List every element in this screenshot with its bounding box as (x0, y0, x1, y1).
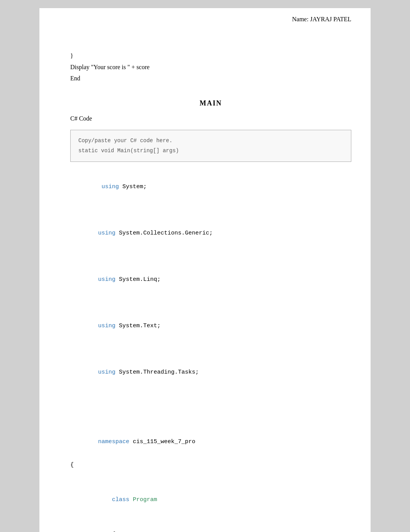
pseudo-code-section: } Display "Your score is " + score End (70, 51, 351, 84)
code-editor-box[interactable]: Copy/paste your C# code here. static voi… (70, 130, 351, 161)
code-line-blank-3 (70, 297, 351, 309)
code-line-class: class Program (70, 483, 351, 517)
header-name: Name: JAYRAJ PATEL (292, 16, 352, 23)
pseudo-line-1: } (70, 51, 351, 62)
kw-using-4: using (98, 323, 115, 329)
pseudo-line-2: Display "Your score is " + score (70, 62, 351, 73)
section-title: MAIN (70, 99, 351, 107)
code-line-blank-5 (70, 390, 351, 401)
csharp-label: C# Code (70, 115, 351, 122)
content-area: } Display "Your score is " + score End M… (70, 51, 351, 532)
code-line-blank-8 (70, 471, 351, 483)
code-line-open-brace-1: { (70, 459, 351, 471)
code-line-using-threading: using System.Threading.Tasks; (70, 355, 351, 390)
code-line-blank-6 (70, 401, 351, 413)
kw-using-2: using (98, 230, 115, 236)
code-line-open-brace-2: { (70, 517, 351, 532)
code-line-blank-4 (70, 343, 351, 355)
kw-class: class (112, 496, 129, 503)
code-line-using-linq: using System.Linq; (70, 262, 351, 297)
kw-using-1: using (102, 184, 119, 190)
code-editor-placeholder-line1: Copy/paste your C# code here. (78, 136, 343, 146)
code-line-blank-2 (70, 251, 351, 262)
code-line-using-system: using System; (70, 170, 351, 204)
kw-using-5: using (98, 369, 115, 376)
code-line-using-collections: using System.Collections.Generic; (70, 216, 351, 251)
page-container: Name: JAYRAJ PATEL } Display "Your score… (39, 8, 371, 532)
kw-program: Program (133, 496, 157, 503)
pseudo-line-3: End (70, 73, 351, 84)
code-editor-placeholder-line2: static void Main(string[] args) (78, 146, 343, 156)
code-line-namespace: namespace cis_115_week_7_pro (70, 425, 351, 459)
kw-using-3: using (98, 276, 115, 283)
code-section: using System; using System.Collections.G… (70, 170, 351, 532)
kw-namespace: namespace (98, 439, 129, 445)
code-line-using-text: using System.Text; (70, 309, 351, 343)
code-line-blank-7 (70, 413, 351, 425)
code-line-blank-1 (70, 204, 351, 216)
